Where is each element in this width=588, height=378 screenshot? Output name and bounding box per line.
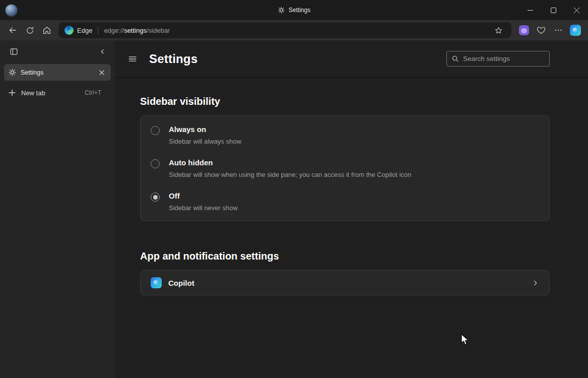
back-button[interactable]	[4, 22, 21, 38]
copilot-icon	[151, 277, 162, 288]
option-description: Sidebar will show when using the side pa…	[169, 171, 411, 178]
copilot-icon	[570, 25, 581, 36]
settings-content: Sidebar visibility Always on Sidebar wil…	[115, 96, 588, 295]
tab-actions-button[interactable]	[7, 45, 20, 58]
settings-menu-button[interactable]	[550, 22, 567, 38]
site-chip[interactable]: Edge	[64, 26, 92, 35]
home-button[interactable]	[38, 22, 55, 38]
settings-header: Settings	[115, 40, 588, 78]
gear-icon	[278, 7, 285, 14]
settings-main: Settings Sidebar visibility Always on Si…	[115, 40, 588, 378]
hamburger-icon	[128, 54, 137, 64]
tab-close-icon[interactable]	[97, 68, 106, 77]
option-description: Sidebar will never show	[169, 204, 238, 212]
site-chip-label: Edge	[77, 27, 92, 34]
browser-essentials-button[interactable]	[533, 22, 550, 38]
plus-icon	[9, 89, 16, 96]
radio-option-auto-hidden[interactable]: Auto hidden Sidebar will show when using…	[141, 151, 549, 184]
radio-button[interactable]	[151, 193, 160, 202]
heart-pulse-icon	[537, 26, 546, 35]
new-tab-label: New tab	[21, 89, 45, 97]
collapse-sidebar-button[interactable]	[96, 45, 109, 58]
option-description: Sidebar will always show	[169, 138, 241, 145]
address-bar[interactable]: Edge edge://settings/sidebar	[58, 22, 511, 38]
vertical-tabs-sidebar: Settings New tab Ctrl+T	[0, 40, 115, 378]
radio-option-always-on[interactable]: Always on Sidebar will always show	[141, 116, 549, 151]
option-label: Off	[169, 192, 238, 200]
page-title: Settings	[149, 52, 198, 66]
copilot-settings-row[interactable]: Copilot	[140, 270, 550, 295]
favorite-star-icon[interactable]	[491, 22, 505, 38]
tab-settings[interactable]: Settings	[4, 64, 111, 81]
tab-label: Settings	[21, 69, 43, 76]
refresh-button[interactable]	[21, 22, 38, 38]
new-tab-shortcut: Ctrl+T	[85, 89, 101, 96]
search-icon	[451, 55, 459, 62]
edge-logo-icon	[64, 26, 74, 35]
window-controls	[518, 0, 588, 20]
titlebar: Settings	[0, 0, 588, 20]
radio-option-off[interactable]: Off Sidebar will never show	[141, 184, 549, 221]
search-input[interactable]	[463, 55, 545, 62]
window-title-text: Settings	[289, 7, 310, 14]
section-heading-sidebar-visibility: Sidebar visibility	[140, 96, 550, 107]
option-label: Always on	[169, 125, 241, 134]
url-text: edge://settings/sidebar	[104, 27, 170, 34]
radio-button[interactable]	[151, 159, 160, 168]
settings-search[interactable]	[446, 51, 550, 67]
section-heading-app-notifications: App and notification settings	[140, 250, 550, 262]
chevron-right-icon	[532, 279, 539, 287]
maximize-button[interactable]	[542, 0, 565, 20]
close-button[interactable]	[565, 0, 588, 20]
sidebar-visibility-card: Always on Sidebar will always show Auto …	[140, 115, 550, 221]
row-label: Copilot	[168, 279, 194, 287]
option-label: Auto hidden	[169, 158, 411, 167]
profile-avatar[interactable]	[5, 4, 18, 17]
address-separator	[98, 26, 98, 34]
settings-menu-toggle[interactable]	[124, 51, 141, 67]
window-title: Settings	[278, 7, 310, 14]
gear-icon	[9, 69, 16, 76]
browser-toolbar: Edge edge://settings/sidebar	[0, 20, 588, 40]
radio-button[interactable]	[151, 126, 160, 135]
extension-icon	[519, 25, 529, 35]
copilot-button[interactable]	[567, 22, 584, 38]
minimize-button[interactable]	[518, 0, 542, 20]
new-tab-button[interactable]: New tab Ctrl+T	[0, 84, 115, 102]
extension-button[interactable]	[515, 22, 533, 38]
ellipsis-icon	[554, 26, 562, 34]
